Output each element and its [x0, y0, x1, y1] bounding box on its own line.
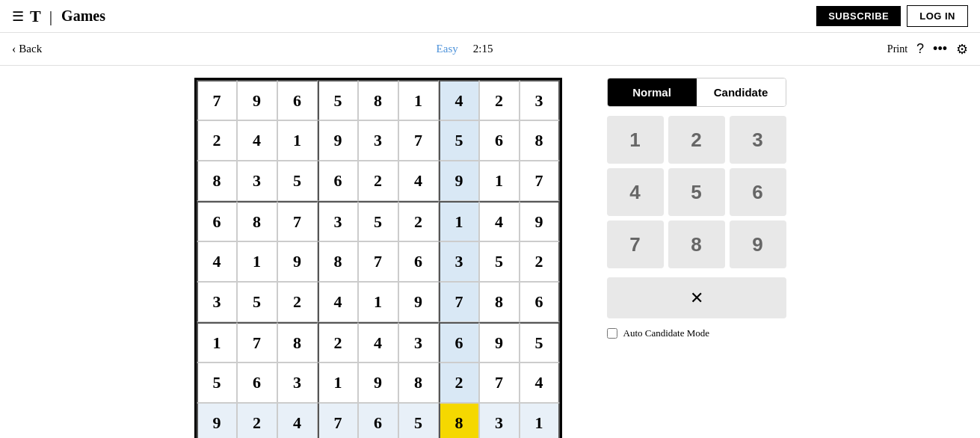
table-row[interactable]: 3	[318, 201, 358, 241]
table-row[interactable]: 8	[398, 363, 439, 403]
table-row[interactable]: 2	[277, 282, 318, 322]
table-row[interactable]: 8	[197, 161, 237, 201]
subscribe-button[interactable]: SUBSCRIBE	[816, 6, 901, 26]
table-row[interactable]: 1	[318, 363, 358, 403]
hamburger-icon[interactable]: ☰	[12, 8, 24, 25]
table-row[interactable]: 7	[398, 120, 439, 161]
table-row[interactable]: 8	[520, 120, 560, 161]
table-row[interactable]: 5	[197, 363, 237, 403]
table-row[interactable]: 8	[439, 403, 479, 438]
print-button[interactable]: Print	[887, 43, 907, 55]
table-row[interactable]: 7	[237, 322, 277, 363]
table-row[interactable]: 6	[398, 241, 439, 282]
table-row[interactable]: 2	[439, 363, 479, 403]
table-row[interactable]: 4	[439, 80, 479, 120]
table-row[interactable]: 1	[439, 201, 479, 241]
table-row[interactable]: 7	[520, 161, 560, 201]
table-row[interactable]: 5	[318, 80, 358, 120]
table-row[interactable]: 1	[398, 80, 439, 120]
table-row[interactable]: 6	[277, 80, 318, 120]
table-row[interactable]: 8	[237, 201, 277, 241]
num-button-6[interactable]: 6	[730, 168, 786, 216]
table-row[interactable]: 1	[479, 161, 520, 201]
table-row[interactable]: 2	[358, 161, 398, 201]
table-row[interactable]: 1	[237, 241, 277, 282]
table-row[interactable]: 8	[318, 241, 358, 282]
table-row[interactable]: 5	[479, 241, 520, 282]
table-row[interactable]: 9	[520, 201, 560, 241]
table-row[interactable]: 7	[277, 201, 318, 241]
num-button-5[interactable]: 5	[668, 168, 725, 216]
num-button-4[interactable]: 4	[607, 168, 664, 216]
table-row[interactable]: 2	[237, 403, 277, 438]
table-row[interactable]: 2	[520, 241, 560, 282]
table-row[interactable]: 9	[318, 120, 358, 161]
auto-candidate-checkbox[interactable]	[607, 328, 617, 339]
table-row[interactable]: 5	[520, 322, 560, 363]
login-button[interactable]: LOG IN	[907, 5, 968, 27]
table-row[interactable]: 9	[237, 80, 277, 120]
num-button-7[interactable]: 7	[607, 220, 664, 268]
table-row[interactable]: 3	[197, 282, 237, 322]
num-button-2[interactable]: 2	[668, 116, 725, 164]
table-row[interactable]: 6	[237, 363, 277, 403]
table-row[interactable]: 5	[237, 282, 277, 322]
table-row[interactable]: 9	[197, 403, 237, 438]
table-row[interactable]: 5	[277, 161, 318, 201]
table-row[interactable]: 2	[479, 80, 520, 120]
table-row[interactable]: 4	[479, 201, 520, 241]
table-row[interactable]: 6	[439, 322, 479, 363]
table-row[interactable]: 1	[197, 322, 237, 363]
table-row[interactable]: 4	[398, 161, 439, 201]
table-row[interactable]: 1	[520, 403, 560, 438]
num-button-9[interactable]: 9	[730, 220, 786, 268]
table-row[interactable]: 5	[398, 403, 439, 438]
back-nav[interactable]: ‹ Back	[12, 43, 42, 56]
table-row[interactable]: 6	[479, 120, 520, 161]
table-row[interactable]: 1	[277, 120, 318, 161]
table-row[interactable]: 6	[197, 201, 237, 241]
table-row[interactable]: 2	[398, 201, 439, 241]
table-row[interactable]: 6	[520, 282, 560, 322]
table-row[interactable]: 2	[318, 322, 358, 363]
table-row[interactable]: 3	[277, 363, 318, 403]
table-row[interactable]: 4	[237, 120, 277, 161]
table-row[interactable]: 9	[358, 363, 398, 403]
table-row[interactable]: 3	[479, 403, 520, 438]
table-row[interactable]: 4	[520, 363, 560, 403]
table-row[interactable]: 4	[358, 322, 398, 363]
table-row[interactable]: 6	[318, 161, 358, 201]
table-row[interactable]: 2	[197, 120, 237, 161]
table-row[interactable]: 3	[237, 161, 277, 201]
table-row[interactable]: 4	[197, 241, 237, 282]
table-row[interactable]: 9	[479, 322, 520, 363]
table-row[interactable]: 6	[358, 403, 398, 438]
table-row[interactable]: 7	[318, 403, 358, 438]
help-icon[interactable]: ?	[916, 41, 924, 57]
delete-button[interactable]: ✕	[607, 277, 786, 318]
num-button-3[interactable]: 3	[730, 116, 786, 164]
table-row[interactable]: 8	[277, 322, 318, 363]
table-row[interactable]: 3	[358, 120, 398, 161]
table-row[interactable]: 4	[318, 282, 358, 322]
table-row[interactable]: 8	[358, 80, 398, 120]
table-row[interactable]: 9	[398, 282, 439, 322]
table-row[interactable]: 3	[520, 80, 560, 120]
table-row[interactable]: 5	[439, 120, 479, 161]
table-row[interactable]: 3	[398, 322, 439, 363]
table-row[interactable]: 7	[358, 241, 398, 282]
table-row[interactable]: 7	[439, 282, 479, 322]
table-row[interactable]: 4	[277, 403, 318, 438]
more-options-icon[interactable]: •••	[933, 41, 947, 57]
table-row[interactable]: 5	[358, 201, 398, 241]
num-button-1[interactable]: 1	[607, 116, 664, 164]
table-row[interactable]: 3	[439, 241, 479, 282]
table-row[interactable]: 8	[479, 282, 520, 322]
num-button-8[interactable]: 8	[668, 220, 725, 268]
table-row[interactable]: 9	[439, 161, 479, 201]
normal-mode-button[interactable]: Normal	[608, 78, 697, 106]
auto-candidate-label[interactable]: Auto Candidate Mode	[607, 327, 786, 339]
table-row[interactable]: 1	[358, 282, 398, 322]
settings-icon[interactable]: ⚙	[956, 41, 968, 58]
table-row[interactable]: 9	[277, 241, 318, 282]
